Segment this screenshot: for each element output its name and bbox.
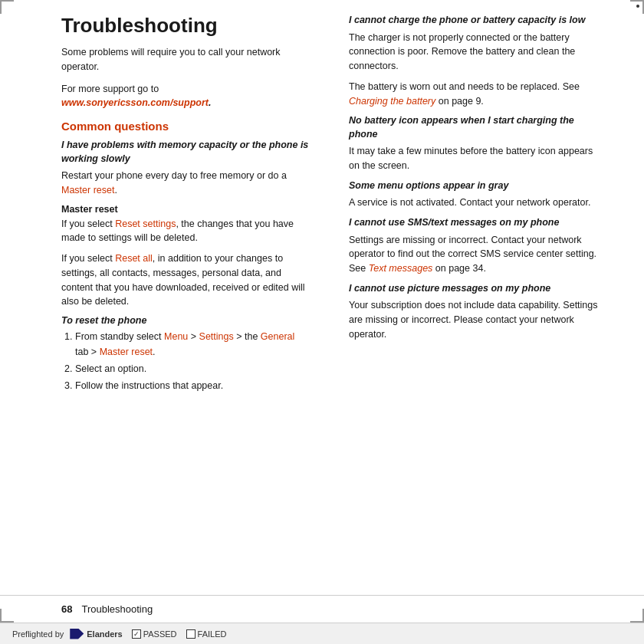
common-questions-heading: Common questions: [61, 120, 310, 133]
master-reset-link-1[interactable]: Master reset: [61, 185, 114, 196]
reset-all-link[interactable]: Reset all: [115, 253, 153, 264]
preflight-text: Preflighted by: [12, 629, 64, 639]
corner-mark-tl: [0, 0, 14, 14]
block-no-battery-icon: No battery icon appears when I start cha…: [349, 114, 598, 173]
intro-text-1: Some problems will require you to call y…: [61, 47, 281, 72]
menu-gray-para: A service is not activated. Contact your…: [349, 196, 598, 210]
settings-link[interactable]: Settings: [199, 331, 234, 342]
status-passed: ✓ PASSED: [132, 629, 177, 639]
block-memory-capacity: I have problems with memory capacity or …: [61, 139, 310, 198]
charge-battery-para2: The battery is worn out and needs to be …: [349, 80, 598, 109]
memory-capacity-para: Restart your phone every day to free mem…: [61, 169, 310, 198]
no-battery-icon-para: It may take a few minutes before the bat…: [349, 144, 598, 173]
no-battery-icon-heading: No battery icon appears when I start cha…: [349, 114, 598, 141]
reset-settings-link[interactable]: Reset settings: [115, 219, 176, 229]
reset-steps-list: From standby select Menu > Settings > th…: [61, 329, 310, 393]
preflight-logo: Elanders: [70, 629, 122, 639]
to-reset-heading: To reset the phone: [61, 315, 310, 326]
picture-messages-heading: I cannot use picture messages on my phon…: [349, 282, 598, 296]
general-link[interactable]: General: [261, 331, 294, 342]
page-title: Troubleshooting: [61, 14, 310, 38]
right-column: I cannot charge the phone or battery cap…: [341, 14, 598, 395]
block-menu-gray: Some menu options appear in gray A servi…: [349, 179, 598, 210]
elanders-icon: [70, 629, 84, 639]
charge-battery-para1: The charger is not properly connected or…: [349, 31, 598, 74]
block-picture-messages: I cannot use picture messages on my phon…: [349, 282, 598, 342]
support-link[interactable]: www.sonyericsson.com/support: [61, 97, 209, 108]
failed-label: FAILED: [198, 629, 227, 639]
sms-para: Settings are missing or incorrect. Conta…: [349, 233, 598, 276]
intro-paragraph-2: For more support go to www.sonyericsson.…: [61, 82, 310, 111]
charging-battery-link[interactable]: Charging the battery: [349, 96, 435, 107]
intro-paragraph-1: Some problems will require you to call y…: [61, 45, 310, 74]
footer-label: Troubleshooting: [81, 603, 153, 615]
reset-step-2: Select an option.: [75, 361, 310, 376]
master-reset-heading: Master reset: [61, 204, 310, 215]
registration-dot: [636, 5, 639, 8]
footer-page-number: 68: [61, 603, 72, 615]
master-reset-para2: If you select Reset all, in addition to …: [61, 251, 310, 309]
master-reset-link-2[interactable]: Master reset: [100, 347, 153, 357]
sms-heading: I cannot use SMS/text messages on my pho…: [349, 216, 598, 230]
block-to-reset: To reset the phone From standby select M…: [61, 315, 310, 393]
preflight-status: ✓ PASSED FAILED: [132, 629, 227, 639]
passed-checkbox: ✓: [132, 629, 141, 639]
main-content: Troubleshooting Some problems will requi…: [0, 0, 644, 402]
block-charge-battery: I cannot charge the phone or battery cap…: [349, 14, 598, 108]
left-column: Troubleshooting Some problems will requi…: [61, 14, 318, 395]
intro-text-2: For more support go to: [61, 84, 159, 94]
charge-battery-heading: I cannot charge the phone or battery cap…: [349, 14, 598, 28]
elanders-brand: Elanders: [87, 629, 122, 639]
failed-checkbox: [186, 629, 196, 639]
page-container: Troubleshooting Some problems will requi…: [0, 0, 644, 644]
reset-step-1: From standby select Menu > Settings > th…: [75, 329, 310, 360]
block-master-reset: Master reset If you select Reset setting…: [61, 204, 310, 310]
master-reset-para1: If you select Reset settings, the change…: [61, 217, 310, 246]
block-sms: I cannot use SMS/text messages on my pho…: [349, 216, 598, 276]
reset-step-3: Follow the instructions that appear.: [75, 378, 310, 393]
picture-messages-para: Your subscription does not include data …: [349, 298, 598, 341]
text-messages-link[interactable]: Text messages: [369, 263, 433, 274]
footer-area: 68 Troubleshooting: [0, 595, 644, 623]
passed-label: PASSED: [143, 629, 177, 639]
menu-gray-heading: Some menu options appear in gray: [349, 179, 598, 193]
memory-capacity-heading: I have problems with memory capacity or …: [61, 139, 310, 166]
status-failed: FAILED: [186, 629, 227, 639]
menu-link[interactable]: Menu: [164, 331, 188, 342]
preflight-bar: Preflighted by Elanders ✓ PASSED FAILED: [0, 623, 644, 644]
